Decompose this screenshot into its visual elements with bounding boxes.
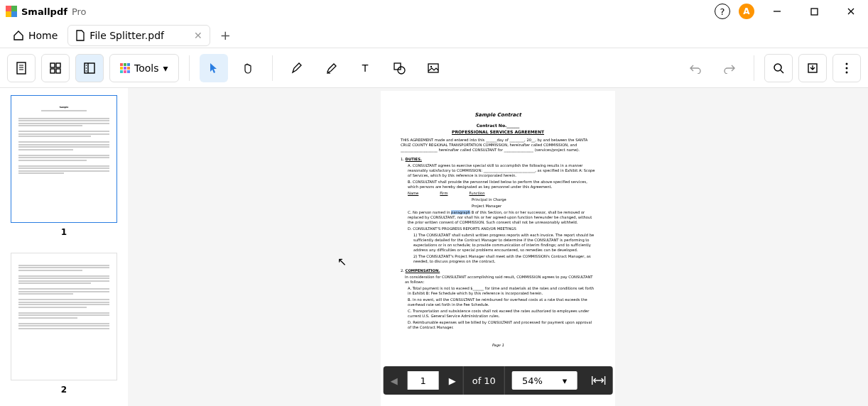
help-button[interactable]: ? xyxy=(715,4,730,19)
svg-rect-19 xyxy=(394,63,401,70)
svg-point-23 xyxy=(774,64,781,71)
pencil-tool-button[interactable] xyxy=(283,54,311,82)
thumbnail-label-1: 1 xyxy=(61,227,67,237)
doc-title: Sample Contract xyxy=(401,112,595,119)
tools-label: Tools xyxy=(134,62,159,74)
document-page: Sample Contract Contract No.______PROFES… xyxy=(381,91,615,406)
window-minimize-button[interactable] xyxy=(763,0,791,23)
view-single-page-button[interactable] xyxy=(7,54,36,82)
undo-button[interactable] xyxy=(681,54,710,82)
search-button[interactable] xyxy=(764,54,793,82)
svg-point-27 xyxy=(846,67,848,69)
svg-point-16 xyxy=(86,70,87,72)
tab-close-button[interactable]: ✕ xyxy=(194,30,202,41)
svg-rect-4 xyxy=(17,62,26,74)
svg-line-24 xyxy=(781,70,783,73)
current-page-input[interactable] xyxy=(408,371,439,390)
doc-intro: THIS AGREEMENT made and entered into thi… xyxy=(401,138,595,153)
prev-page-button[interactable]: ◀ xyxy=(384,366,405,395)
pan-tool-button[interactable] xyxy=(234,54,262,82)
tabbar: Home File Splitter.pdf ✕ + xyxy=(0,23,868,48)
shape-tool-button[interactable] xyxy=(385,54,413,82)
app-name: Smallpdf xyxy=(21,6,67,17)
select-tool-button[interactable] xyxy=(200,54,228,82)
home-icon xyxy=(13,30,24,41)
fit-width-button[interactable] xyxy=(584,366,612,395)
zoom-dropdown[interactable]: 54%▾ xyxy=(512,371,577,390)
svg-point-28 xyxy=(846,71,848,73)
image-tool-button[interactable] xyxy=(419,54,447,82)
window-maximize-button[interactable] xyxy=(800,0,828,23)
tab-home[interactable]: Home xyxy=(6,26,65,45)
svg-rect-8 xyxy=(50,63,55,67)
toolbar: Tools ▾ T xyxy=(0,48,868,88)
document-viewer[interactable]: ↖ Sample Contract Contract No.______PROF… xyxy=(128,88,868,406)
thumbnail-page-2[interactable] xyxy=(11,253,117,380)
app-plan: Pro xyxy=(72,6,87,17)
workspace: Sample 1 2 ↖ Sample Contract Contract No… xyxy=(0,88,868,406)
chevron-down-icon: ▾ xyxy=(553,375,577,386)
titlebar: Smallpdf Pro ? A xyxy=(0,0,868,23)
chevron-down-icon: ▾ xyxy=(163,62,168,74)
thumbnail-label-2: 2 xyxy=(61,385,67,395)
doc-contract-no: Contract No.______PROFESSIONAL SERVICES … xyxy=(401,123,595,134)
redo-button[interactable] xyxy=(715,54,744,82)
document-icon xyxy=(75,30,85,41)
save-button[interactable] xyxy=(798,54,827,82)
view-grid-button[interactable] xyxy=(41,54,70,82)
tab-file-label: File Splitter.pdf xyxy=(89,30,164,41)
next-page-button[interactable]: ▶ xyxy=(442,366,463,395)
thumbnail-page-1[interactable]: Sample xyxy=(11,95,117,223)
svg-point-22 xyxy=(430,65,431,67)
text-tool-button[interactable]: T xyxy=(351,54,379,82)
svg-point-26 xyxy=(846,62,848,65)
tools-dropdown[interactable]: Tools ▾ xyxy=(109,54,179,82)
tools-grid-icon xyxy=(120,63,130,73)
page-nav-bar: ◀ ▶ of 10 54%▾ xyxy=(384,366,613,395)
svg-rect-11 xyxy=(56,69,60,73)
view-sidebar-button[interactable] xyxy=(75,54,104,82)
tab-add-button[interactable]: + xyxy=(213,25,238,45)
svg-point-15 xyxy=(86,67,87,69)
total-pages-label: of 10 xyxy=(464,375,504,386)
highlighter-tool-button[interactable] xyxy=(317,54,345,82)
svg-rect-9 xyxy=(56,63,60,67)
cursor-icon: ↖ xyxy=(337,255,347,268)
svg-rect-1 xyxy=(811,9,818,15)
svg-point-14 xyxy=(86,65,87,66)
svg-text:T: T xyxy=(361,62,368,74)
avatar[interactable]: A xyxy=(739,4,754,19)
svg-rect-21 xyxy=(428,64,438,72)
more-menu-button[interactable] xyxy=(832,54,861,82)
window-close-button[interactable] xyxy=(837,0,865,23)
svg-rect-10 xyxy=(50,69,55,73)
thumbnail-panel[interactable]: Sample 1 2 xyxy=(0,88,128,406)
tab-file[interactable]: File Splitter.pdf ✕ xyxy=(67,25,210,46)
tab-home-label: Home xyxy=(28,30,58,41)
app-logo-icon xyxy=(6,6,17,17)
svg-point-20 xyxy=(398,67,405,74)
